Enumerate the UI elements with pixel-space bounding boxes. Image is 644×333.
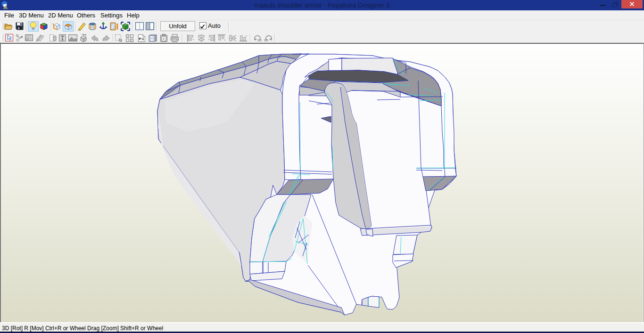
svg-text:90: 90 — [257, 38, 262, 42]
svg-text:P.1: P.1 — [139, 37, 145, 41]
svg-text:90: 90 — [264, 38, 268, 42]
